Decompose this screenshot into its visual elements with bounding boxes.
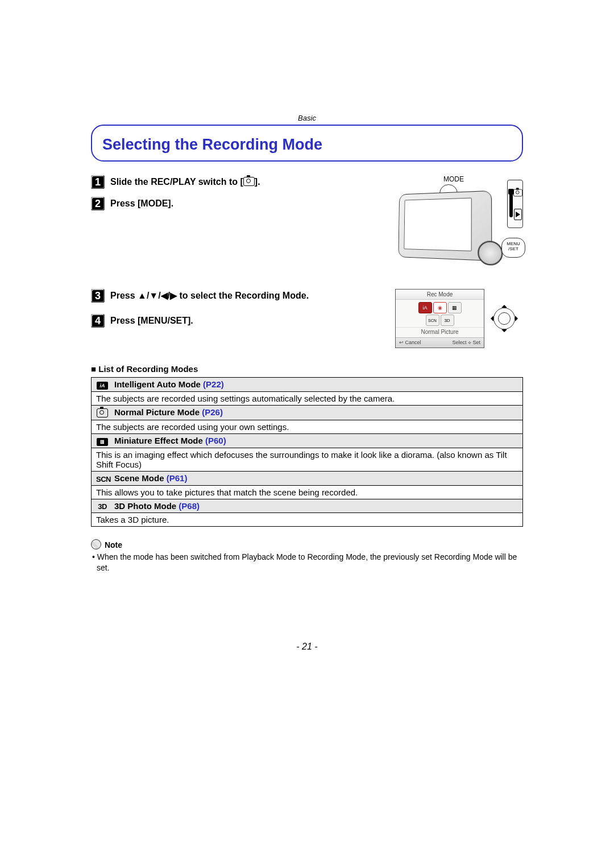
- mode-header-row: SCNScene Mode (P61): [92, 472, 523, 486]
- miniature-icon: ▥: [97, 438, 108, 446]
- mode-desc-row: This allows you to take pictures that ma…: [92, 485, 523, 499]
- page-link[interactable]: (P60): [205, 436, 226, 445]
- screen-cancel: ↩ Cancel: [399, 340, 421, 346]
- mode-description: This allows you to take pictures that ma…: [92, 485, 523, 499]
- step-1: 1 Slide the REC/PLAY switch to [].: [91, 175, 384, 189]
- 3d-icon: 3D: [98, 502, 107, 511]
- mode-chip-ia: iA: [418, 302, 432, 313]
- page-title: Selecting the Recording Mode: [102, 136, 512, 154]
- play-icon: [514, 209, 522, 220]
- page-link[interactable]: (P68): [179, 501, 200, 511]
- mode-chip-mini: ▦: [448, 302, 462, 313]
- page-link[interactable]: (P61): [167, 473, 188, 483]
- scn-icon: SCN: [96, 475, 111, 483]
- mode-name: Miniature Effect Mode: [114, 436, 203, 445]
- dpad-icon: [489, 303, 520, 334]
- note-label: Note: [105, 540, 122, 549]
- mode-name: Normal Picture Mode: [114, 407, 200, 417]
- mode-header-row: 3D3D Photo Mode (P68): [92, 499, 523, 513]
- page-link[interactable]: (P22): [203, 379, 224, 389]
- mode-name: 3D Photo Mode: [114, 501, 176, 511]
- mode-description: Takes a 3D picture.: [92, 513, 523, 527]
- camera-icon: [513, 189, 522, 196]
- mode-name: Scene Mode: [114, 473, 164, 483]
- mode-desc-row: The subjects are recorded using your own…: [92, 420, 523, 433]
- step-3: 3 Press ▲/▼/◀/▶ to select the Recording …: [91, 289, 384, 303]
- rec-mode-screen: Rec Mode iA ◉ ▦ SCN 3D Normal Picture ↩ …: [395, 289, 484, 348]
- rec-play-switch: [507, 180, 523, 228]
- screen-title: Rec Mode: [396, 290, 484, 300]
- screen-illustration: Rec Mode iA ◉ ▦ SCN 3D Normal Picture ↩ …: [395, 289, 523, 348]
- menu-set-button-label: MENU /SET: [501, 238, 525, 258]
- ia-icon: iA: [97, 382, 108, 390]
- screen-select-set: Select ⟡ Set: [452, 340, 480, 346]
- manual-page: Basic Selecting the Recording Mode 1 Sli…: [91, 114, 523, 652]
- title-frame: Selecting the Recording Mode: [91, 125, 523, 162]
- camera-icon: [243, 177, 255, 186]
- steps-row-2: 3 Press ▲/▼/◀/▶ to select the Recording …: [91, 289, 523, 348]
- mode-header-row: ▥Miniature Effect Mode (P60): [92, 433, 523, 448]
- screen-subtitle: Normal Picture: [396, 327, 484, 337]
- step-1-text: Slide the REC/PLAY switch to [].: [110, 175, 260, 188]
- step-2: 2 Press [MODE].: [91, 197, 384, 210]
- recording-modes-table: iAIntelligent Auto Mode (P22)The subject…: [91, 377, 523, 527]
- mode-chip-normal: ◉: [433, 302, 447, 313]
- step-number-3: 3: [91, 289, 105, 303]
- camera-illustration: MODE MENU /SET: [395, 175, 523, 266]
- mode-chip-3d: 3D: [441, 315, 454, 326]
- steps-row-1: 1 Slide the REC/PLAY switch to []. 2 Pre…: [91, 175, 523, 266]
- mode-desc-row: This is an imaging effect which defocuse…: [92, 448, 523, 472]
- step-2-text: Press [MODE].: [110, 197, 173, 210]
- step-3-text: Press ▲/▼/◀/▶ to select the Recording Mo…: [110, 289, 309, 302]
- mode-header-row: Normal Picture Mode (P26): [92, 406, 523, 420]
- page-number: - 21 -: [91, 642, 523, 652]
- section-label: Basic: [91, 114, 523, 122]
- note-icon: [91, 539, 101, 549]
- camera-body: [398, 191, 492, 261]
- step-number-4: 4: [91, 314, 105, 328]
- mode-desc-row: The subjects are recorded using settings…: [92, 392, 523, 406]
- mode-description: The subjects are recorded using your own…: [92, 420, 523, 433]
- page-link[interactable]: (P26): [202, 407, 223, 417]
- mode-name: Intelligent Auto Mode: [114, 379, 201, 389]
- step-number-2: 2: [91, 197, 105, 210]
- mode-chip-scn: SCN: [426, 315, 439, 326]
- mode-description: This is an imaging effect which defocuse…: [92, 448, 523, 472]
- modes-list-heading: List of Recording Modes: [91, 364, 523, 374]
- step-4: 4 Press [MENU/SET].: [91, 314, 384, 328]
- note-bullet: • When the mode has been switched from P…: [92, 552, 523, 573]
- mode-header-row: iAIntelligent Auto Mode (P22): [92, 378, 523, 392]
- mode-desc-row: Takes a 3D picture.: [92, 513, 523, 527]
- mode-button-label: MODE: [443, 175, 464, 183]
- mode-description: The subjects are recorded using settings…: [92, 392, 523, 406]
- note-block: Note • When the mode has been switched f…: [91, 539, 523, 573]
- camera-icon: [97, 408, 108, 418]
- step-4-text: Press [MENU/SET].: [110, 314, 193, 327]
- step-number-1: 1: [91, 175, 105, 189]
